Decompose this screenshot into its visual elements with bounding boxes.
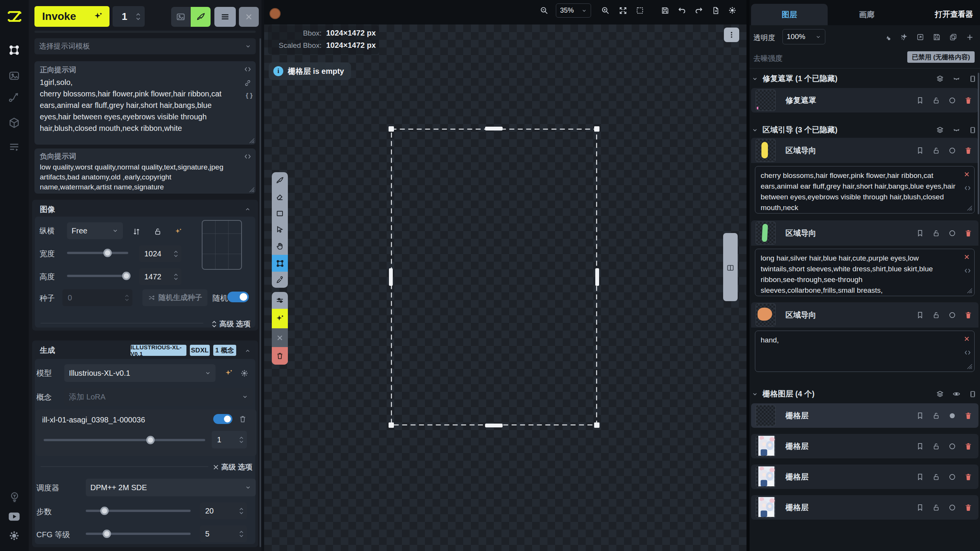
eraser-tool[interactable]: [272, 189, 288, 205]
bbox-handle-top-left[interactable]: [389, 126, 394, 132]
group-stack-icon[interactable]: [935, 74, 945, 84]
bbox-handle-bottom-right[interactable]: [594, 422, 599, 428]
group-stack-icon[interactable]: [935, 389, 945, 399]
fit-canvas-icon[interactable]: [618, 5, 628, 15]
pin-layer-icon[interactable]: [915, 411, 925, 421]
opacity-select[interactable]: 100%: [782, 29, 825, 44]
group-visibility-off-icon[interactable]: [951, 125, 961, 135]
width-slider[interactable]: [67, 252, 128, 254]
canvas-mode-button[interactable]: [191, 7, 211, 27]
regional-prompt-1[interactable]: cherry blossoms,hair flower,pink flower,…: [755, 166, 975, 214]
code-icon[interactable]: [962, 347, 972, 357]
nav-canvas-tab[interactable]: [7, 43, 21, 57]
canvas-area[interactable]: 35% Bbox: 1024×1472 px Scaled Bbox: 1024…: [264, 0, 746, 551]
width-input[interactable]: 1024: [139, 245, 181, 262]
pin-layer-icon[interactable]: [915, 502, 925, 512]
layer-color-icon[interactable]: [947, 310, 957, 320]
right-panel-scrollbar[interactable]: [978, 73, 979, 214]
model-sparkle-icon[interactable]: [224, 368, 234, 378]
remove-prompt-icon[interactable]: [962, 334, 972, 344]
invoke-button[interactable]: Invoke: [34, 6, 109, 27]
group-visibility-off-icon[interactable]: [951, 74, 961, 84]
image-advanced-options[interactable]: 高级 选项: [211, 319, 250, 329]
prompt-template-selector[interactable]: 选择提示词模板: [34, 38, 256, 54]
group-regional-header[interactable]: 区域引导 (3 个已隐藏): [752, 125, 978, 135]
layer-color-icon[interactable]: [947, 95, 957, 105]
layer-row-regional-1[interactable]: 区域导向: [751, 138, 978, 163]
delete-layer-icon[interactable]: [963, 502, 973, 512]
select-object-icon[interactable]: [899, 32, 909, 42]
left-panel-scrollbar[interactable]: [260, 38, 261, 547]
steps-slider[interactable]: [86, 510, 191, 512]
brush-tool[interactable]: [272, 172, 288, 189]
nav-gallery-tab[interactable]: [8, 69, 21, 82]
optimize-size-sparkle-icon[interactable]: [173, 227, 183, 236]
layer-row-regional-3[interactable]: 区域导向: [751, 302, 978, 328]
group-stack-icon[interactable]: [935, 125, 945, 135]
layer-row-raster-3[interactable]: 栅格层: [751, 465, 978, 489]
save-layer-icon[interactable]: [932, 32, 942, 42]
fit-layer-icon[interactable]: [915, 32, 925, 42]
gen-advanced-options[interactable]: 高级 选项: [213, 462, 252, 472]
code-icon[interactable]: [962, 183, 972, 193]
pin-layer-icon[interactable]: [915, 441, 925, 451]
pin-layer-icon[interactable]: [915, 228, 925, 238]
group-frame-icon[interactable]: [968, 389, 978, 399]
canvas-context-menu-button[interactable]: [724, 28, 739, 42]
seed-input[interactable]: 0: [62, 289, 132, 306]
link-icon[interactable]: [243, 78, 253, 88]
select-tool[interactable]: [272, 222, 288, 238]
delete-layer-icon[interactable]: [963, 441, 973, 451]
nav-queue-tab[interactable]: [8, 141, 20, 153]
resize-handle-icon[interactable]: [967, 364, 972, 369]
eyedropper-tool[interactable]: [272, 272, 288, 288]
layer-color-icon[interactable]: [947, 441, 957, 451]
pin-layer-icon[interactable]: [915, 145, 925, 155]
pin-layer-icon[interactable]: [915, 472, 925, 482]
negative-prompt-text[interactable]: low quality,worst quality,normal quality…: [40, 162, 243, 192]
color-swatch[interactable]: [270, 8, 281, 19]
add-lora-select[interactable]: 添加 LoRA: [64, 388, 253, 406]
generation-bbox[interactable]: [391, 129, 597, 425]
code-icon[interactable]: [962, 266, 972, 276]
pin-layer-icon[interactable]: [915, 95, 925, 105]
bbox-handle-bottom[interactable]: [485, 424, 503, 427]
lock-aspect-icon[interactable]: [153, 227, 163, 236]
panel-handle-bar[interactable]: [723, 233, 738, 301]
resize-handle-icon[interactable]: [249, 187, 255, 192]
lora-weight-input[interactable]: 1: [212, 431, 247, 448]
canvas-settings-gear-icon[interactable]: [727, 5, 737, 15]
group-raster-header[interactable]: 栅格图层 (4 个): [752, 389, 978, 399]
fit-bbox-icon[interactable]: [635, 5, 645, 15]
youtube-icon[interactable]: [8, 511, 21, 522]
randomize-seed-button[interactable]: 随机生成种子: [142, 289, 207, 306]
merge-layers-icon[interactable]: [882, 32, 892, 42]
lock-layer-icon[interactable]: [931, 310, 941, 320]
zoom-level-select[interactable]: 35%: [556, 3, 591, 18]
bbox-handle-left[interactable]: [389, 268, 393, 286]
layer-color-icon[interactable]: [947, 502, 957, 512]
lock-layer-icon[interactable]: [931, 95, 941, 105]
regional-prompt-2[interactable]: long hair,silver hair,blue hair,cute,pur…: [755, 249, 975, 296]
settings-gear-icon[interactable]: [8, 530, 20, 542]
tab-gallery[interactable]: 画廊: [828, 4, 905, 25]
layer-row-inpaint[interactable]: 修复遮罩: [751, 88, 978, 112]
save-canvas-icon[interactable]: [660, 5, 670, 15]
layer-row-regional-2[interactable]: 区域导向: [751, 220, 978, 246]
tab-layers[interactable]: 图层: [751, 4, 828, 25]
delete-layer-icon[interactable]: [963, 411, 973, 421]
code-icon[interactable]: [243, 152, 253, 161]
delete-region-button[interactable]: [272, 347, 288, 365]
tool-settings-button[interactable]: [272, 292, 288, 309]
bbox-handle-bottom-left[interactable]: [389, 422, 394, 428]
delete-layer-icon[interactable]: [963, 472, 973, 482]
height-input[interactable]: 1472: [139, 268, 181, 285]
lora-weight-slider[interactable]: [44, 439, 205, 441]
close-panel-button[interactable]: [239, 7, 259, 27]
swap-dimensions-icon[interactable]: [131, 227, 141, 236]
group-frame-icon[interactable]: [968, 125, 978, 135]
resize-handle-icon[interactable]: [249, 138, 255, 143]
braces-icon[interactable]: { }: [246, 92, 253, 99]
nav-workflows-tab[interactable]: [8, 91, 21, 104]
add-layer-icon[interactable]: [965, 32, 975, 42]
